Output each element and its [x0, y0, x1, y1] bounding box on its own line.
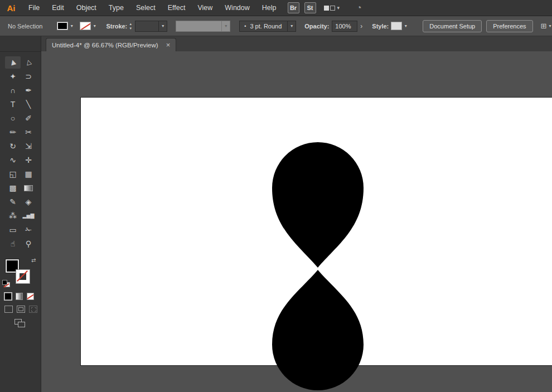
- opacity-arrow-icon[interactable]: ›: [357, 21, 365, 32]
- app-logo: Ai: [0, 3, 22, 13]
- symbol-sprayer-icon: ⁂: [9, 212, 17, 220]
- draw-behind-button[interactable]: [17, 306, 25, 313]
- column-graph-icon: ▂▅▇: [23, 214, 35, 219]
- symbol-sprayer-tool[interactable]: ⁂: [5, 210, 21, 222]
- gradient-tool[interactable]: [21, 182, 36, 194]
- close-tab-icon[interactable]: ×: [166, 41, 171, 49]
- rotate-tool[interactable]: ↻: [5, 140, 21, 152]
- shape-builder-icon: ◱: [9, 170, 16, 178]
- default-fill-stroke-icon[interactable]: [2, 280, 11, 288]
- ellipse-icon: ○: [11, 114, 15, 122]
- fill-color-swatch[interactable]: [57, 22, 68, 30]
- control-panel-options[interactable]: ⊞ ▾: [541, 22, 551, 30]
- draw-normal-button[interactable]: [4, 306, 13, 313]
- blend-tool[interactable]: ◈: [21, 196, 36, 208]
- artboard-tool[interactable]: ▭: [5, 224, 21, 236]
- stepper-down-icon[interactable]: ▾: [127, 26, 134, 31]
- shape-builder-tool[interactable]: ◱: [5, 168, 21, 180]
- screen-mode-icon: [18, 322, 25, 327]
- menubar: Ai File Edit Object Type Select Effect V…: [0, 0, 552, 16]
- align-panel-icon: ⊞: [541, 22, 547, 30]
- scissors-tool[interactable]: ✂: [21, 126, 36, 138]
- menu-view[interactable]: View: [191, 0, 219, 16]
- magic-wand-tool[interactable]: ✦: [5, 70, 21, 83]
- chevron-down-icon[interactable]: ▾: [158, 21, 167, 31]
- selection-tool-icon: ▶: [9, 59, 17, 66]
- style-chevron-icon[interactable]: ▾: [402, 22, 409, 30]
- perspective-grid-tool[interactable]: ▦: [21, 168, 36, 180]
- document-tab[interactable]: Untitled-4* @ 66.67% (RGB/Preview) ×: [46, 38, 176, 51]
- scissors-icon: ✂: [25, 128, 32, 136]
- workspace-icon: [330, 6, 335, 11]
- bridge-button[interactable]: Br: [288, 2, 299, 13]
- menu-edit[interactable]: Edit: [46, 0, 70, 16]
- mesh-tool[interactable]: ▩: [5, 182, 21, 194]
- stroke-chevron-icon[interactable]: ▾: [91, 22, 98, 30]
- direct-selection-tool[interactable]: ▷: [21, 56, 36, 69]
- swap-fill-stroke-icon[interactable]: ⇄: [31, 257, 36, 263]
- stroke-color-swatch[interactable]: [80, 22, 91, 30]
- canvas-pasteboard[interactable]: [41, 51, 552, 392]
- color-button[interactable]: [4, 293, 12, 300]
- curvature-tool[interactable]: ∩: [5, 84, 21, 96]
- menu-window[interactable]: Window: [219, 0, 255, 16]
- style-swatch[interactable]: [391, 22, 402, 30]
- lasso-tool[interactable]: ⊃: [21, 70, 36, 83]
- gradient-tool-icon: [24, 185, 33, 191]
- workspace-icon: [324, 6, 329, 11]
- pen-tool[interactable]: ✒: [21, 84, 36, 96]
- column-graph-tool[interactable]: ▂▅▇: [21, 210, 36, 222]
- ellipse-tool[interactable]: ○: [5, 112, 21, 124]
- width-profile-combo[interactable]: • 3 pt. Round ▾: [239, 21, 296, 32]
- free-transform-tool[interactable]: ✛: [21, 154, 36, 166]
- chevron-down-icon[interactable]: ▾: [287, 21, 296, 31]
- tools-panel: ▶ ▷ ✦ ⊃ ∩ ✒ T ╲ ○ ✐ ✏ ✂ ↻ ⇲ ∿ ✛ ◱ ▦ ▩ ✎ …: [0, 36, 41, 392]
- none-button[interactable]: [27, 293, 34, 300]
- type-tool[interactable]: T: [5, 98, 21, 110]
- draw-inside-button[interactable]: [29, 306, 37, 313]
- stroke-indicator[interactable]: [16, 270, 30, 283]
- default-fill-icon: [2, 280, 7, 285]
- free-transform-icon: ✛: [25, 156, 32, 164]
- selection-tool[interactable]: ▶: [5, 56, 21, 69]
- style-label: Style:: [372, 23, 389, 30]
- pencil-tool[interactable]: ✏: [5, 126, 21, 138]
- preferences-button[interactable]: Preferences: [486, 20, 532, 32]
- teardrop-shape-top[interactable]: [272, 142, 364, 268]
- workspace-switcher[interactable]: ▾: [324, 5, 340, 11]
- change-screen-mode-button[interactable]: [14, 319, 27, 329]
- menu-file[interactable]: File: [22, 0, 46, 16]
- magic-wand-icon: ✦: [9, 72, 16, 80]
- slice-tool[interactable]: ✁: [21, 224, 36, 236]
- brush-definition-combo: ▾: [176, 21, 230, 32]
- zoom-tool[interactable]: ⚲: [21, 238, 36, 250]
- teardrop-shape-bottom[interactable]: [272, 270, 364, 390]
- gradient-button[interactable]: [16, 293, 23, 300]
- chevron-down-icon: ▾: [549, 23, 551, 28]
- chevron-down-icon: ▾: [221, 21, 230, 31]
- document-tab-strip: «« Untitled-4* @ 66.67% (RGB/Preview) ×: [0, 36, 552, 51]
- scale-tool[interactable]: ⇲: [21, 140, 36, 152]
- opacity-input[interactable]: 100%: [332, 21, 357, 32]
- document-setup-button[interactable]: Document Setup: [423, 20, 482, 32]
- drawing-mode-row: [4, 306, 37, 313]
- slice-icon: ✁: [25, 226, 32, 234]
- fill-stroke-indicator: ⇄: [6, 259, 38, 286]
- eyedropper-tool[interactable]: ✎: [5, 196, 21, 208]
- menu-help[interactable]: Help: [256, 0, 283, 16]
- paintbrush-tool[interactable]: ✐: [21, 112, 36, 124]
- cs-live-icon[interactable]: ◔: [356, 3, 362, 12]
- menu-object[interactable]: Object: [70, 0, 103, 16]
- profile-dot-icon: •: [244, 23, 246, 29]
- fill-chevron-icon[interactable]: ▾: [68, 22, 75, 30]
- stock-button[interactable]: St: [304, 2, 316, 13]
- hand-tool[interactable]: ☝: [5, 238, 21, 250]
- line-segment-tool[interactable]: ╲: [21, 98, 36, 110]
- stepper-up-icon[interactable]: ▴: [127, 22, 134, 26]
- menu-type[interactable]: Type: [103, 0, 130, 16]
- stroke-weight-stepper[interactable]: ▴ ▾: [127, 21, 134, 32]
- menu-select[interactable]: Select: [130, 0, 162, 16]
- stroke-weight-combo[interactable]: ▾: [135, 21, 167, 32]
- menu-effect[interactable]: Effect: [162, 0, 192, 16]
- width-tool[interactable]: ∿: [5, 154, 21, 166]
